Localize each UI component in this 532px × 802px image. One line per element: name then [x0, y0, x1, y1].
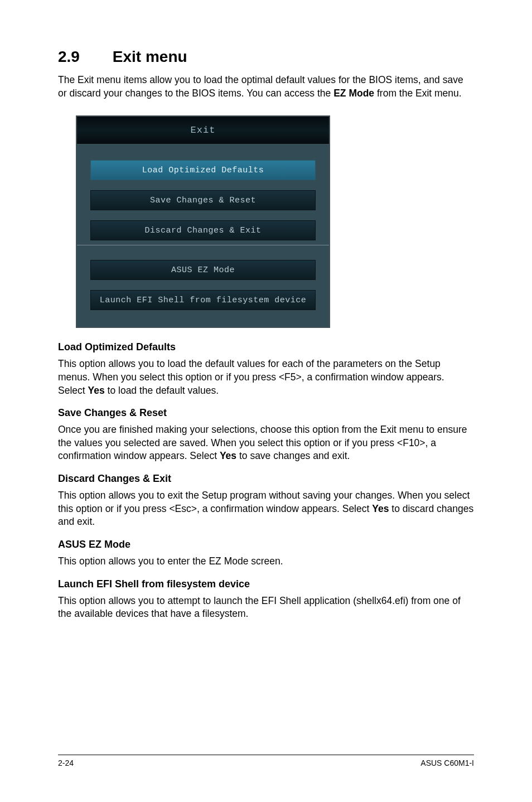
- option-description: This option allows you to attempt to lau…: [58, 595, 474, 621]
- option-bold-text: Yes: [220, 450, 236, 461]
- option-bold-text: Yes: [88, 385, 105, 396]
- option-text: to load the default values.: [105, 385, 219, 396]
- section-title-text: Exit menu: [113, 48, 187, 65]
- option-title: Discard Changes & Exit: [58, 473, 474, 485]
- bios-menu-item: ASUS EZ Mode: [90, 260, 316, 280]
- option-text: This option allows you to enter the EZ M…: [58, 555, 283, 567]
- intro-paragraph: The Exit menu items allow you to load th…: [58, 74, 474, 100]
- options-section: Load Optimized DefaultsThis option allow…: [58, 341, 474, 621]
- bios-top-items: Load Optimized DefaultsSave Changes & Re…: [90, 160, 316, 240]
- option-title: Load Optimized Defaults: [58, 341, 474, 353]
- bios-bottom-items: ASUS EZ ModeLaunch EFI Shell from filesy…: [90, 260, 316, 310]
- footer-document-title: ASUS C60M1-I: [420, 758, 474, 767]
- option-text: This option allows you to attempt to lau…: [58, 595, 461, 620]
- bios-divider: [77, 245, 329, 245]
- option-description: This option allows you to enter the EZ M…: [58, 555, 474, 568]
- bios-menu-item-label: ASUS EZ Mode: [171, 265, 235, 275]
- bios-exit-menu-screenshot: Exit Load Optimized DefaultsSave Changes…: [76, 115, 330, 328]
- bios-menu-item-label: Load Optimized Defaults: [142, 166, 264, 175]
- page-footer: 2-24 ASUS C60M1-I: [58, 755, 474, 767]
- bios-menu-item-label: Launch EFI Shell from filesystem device: [100, 296, 307, 305]
- option-description: This option allows you to exit the Setup…: [58, 489, 474, 529]
- option-description: This option allows you to load the defau…: [58, 357, 474, 397]
- option-title: ASUS EZ Mode: [58, 539, 474, 550]
- section-number: 2.9: [58, 48, 108, 66]
- bios-menu-item-label: Discard Changes & Exit: [144, 226, 261, 235]
- bios-menu-body: Load Optimized DefaultsSave Changes & Re…: [77, 144, 329, 327]
- bios-menu-title: Exit: [191, 125, 216, 136]
- option-bold-text: Yes: [372, 503, 389, 514]
- option-description: Once you are finished making your select…: [58, 423, 474, 463]
- section-heading: 2.9 Exit menu: [58, 48, 474, 66]
- option-title: Launch EFI Shell from filesystem device: [58, 578, 474, 590]
- intro-bold: EZ Mode: [333, 88, 374, 99]
- option-title: Save Changes & Reset: [58, 407, 474, 419]
- intro-text-after: from the Exit menu.: [374, 88, 462, 99]
- page-content: 2.9 Exit menu The Exit menu items allow …: [0, 0, 532, 621]
- footer-page-number: 2-24: [58, 758, 74, 767]
- bios-menu-item: Save Changes & Reset: [90, 190, 316, 210]
- bios-menu-item: Launch EFI Shell from filesystem device: [90, 290, 316, 310]
- bios-menu-item-label: Save Changes & Reset: [150, 196, 256, 205]
- bios-menu-header: Exit: [77, 117, 329, 144]
- option-text: to save changes and exit.: [236, 450, 350, 461]
- bios-menu-item: Load Optimized Defaults: [90, 160, 316, 180]
- bios-menu-item: Discard Changes & Exit: [90, 220, 316, 240]
